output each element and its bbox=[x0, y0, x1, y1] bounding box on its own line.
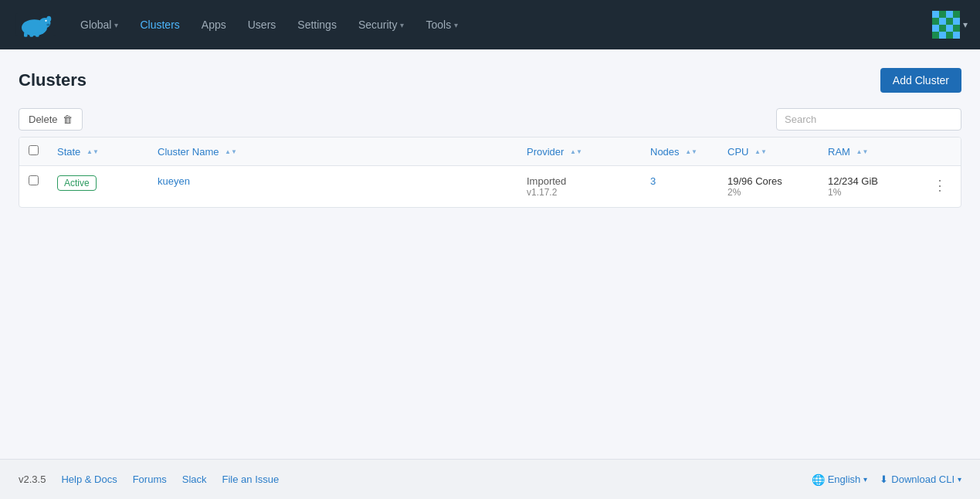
clusters-table: State ▲▼ Cluster Name ▲▼ Provider ▲▼ Nod… bbox=[19, 137, 961, 207]
col-header-actions bbox=[919, 137, 961, 166]
chevron-down-icon-cli: ▾ bbox=[958, 475, 961, 484]
language-selector[interactable]: 🌐 English ▾ bbox=[812, 474, 868, 486]
cluster-name-link[interactable]: kueyen bbox=[158, 175, 190, 187]
delete-label: Delete bbox=[29, 114, 58, 125]
add-cluster-button[interactable]: Add Cluster bbox=[880, 68, 961, 93]
globe-icon: 🌐 bbox=[812, 474, 825, 486]
col-header-checkbox[interactable] bbox=[19, 137, 48, 166]
col-ram-label: RAM bbox=[828, 146, 850, 158]
page-title: Clusters bbox=[19, 70, 86, 90]
trash-icon: 🗑 bbox=[63, 114, 73, 125]
provider-version: v1.17.2 bbox=[527, 187, 632, 198]
sort-icon-ram: ▲▼ bbox=[856, 149, 869, 155]
col-header-state[interactable]: State ▲▼ bbox=[48, 137, 148, 166]
col-header-cpu[interactable]: CPU ▲▼ bbox=[718, 137, 819, 166]
col-state-label: State bbox=[57, 146, 80, 158]
table-header-row: State ▲▼ Cluster Name ▲▼ Provider ▲▼ Nod… bbox=[19, 137, 961, 166]
nav-label-users: Users bbox=[248, 19, 276, 31]
navbar: Global ▾ Clusters Apps Users Settings Se… bbox=[0, 0, 980, 49]
nav-item-users[interactable]: Users bbox=[239, 12, 286, 37]
main-content: Clusters Add Cluster Delete 🗑 State ▲▼ bbox=[0, 49, 980, 459]
table-row: Active kueyen Imported v1.17.2 3 19/96 C… bbox=[19, 166, 961, 208]
nav-item-tools[interactable]: Tools ▾ bbox=[416, 12, 467, 37]
language-label: English bbox=[828, 474, 861, 485]
sort-icon-cpu: ▲▼ bbox=[754, 149, 767, 155]
footer-right: 🌐 English ▾ ⬇ Download CLI ▾ bbox=[812, 474, 961, 486]
nav-items: Global ▾ Clusters Apps Users Settings Se… bbox=[71, 12, 932, 37]
cpu-cores: 19/96 Cores bbox=[727, 175, 809, 187]
select-all-checkbox[interactable] bbox=[29, 145, 39, 155]
avatar[interactable] bbox=[932, 11, 960, 39]
download-icon: ⬇ bbox=[880, 474, 888, 485]
nav-item-apps[interactable]: Apps bbox=[192, 12, 236, 37]
chevron-down-icon-security: ▾ bbox=[400, 21, 404, 29]
search-input[interactable] bbox=[776, 108, 961, 131]
chevron-down-icon-tools: ▾ bbox=[454, 21, 458, 29]
nav-item-clusters[interactable]: Clusters bbox=[131, 12, 188, 37]
cli-label: Download CLI bbox=[891, 474, 955, 485]
footer-help-link[interactable]: Help & Docs bbox=[61, 474, 117, 485]
provider-name: Imported bbox=[527, 175, 632, 187]
svg-rect-7 bbox=[30, 32, 34, 37]
row-nodes-cell: 3 bbox=[641, 166, 718, 208]
footer-left: v2.3.5 Help & Docs Forums Slack File an … bbox=[19, 474, 279, 485]
sort-icon-state: ▲▼ bbox=[86, 149, 99, 155]
ram-gb: 12/234 GiB bbox=[828, 175, 910, 187]
row-cluster-name-cell: kueyen bbox=[148, 166, 517, 208]
chevron-down-icon: ▾ bbox=[114, 21, 118, 29]
footer-version: v2.3.5 bbox=[19, 474, 46, 485]
footer-forums-link[interactable]: Forums bbox=[133, 474, 167, 485]
row-actions-cell: ⋮ bbox=[919, 166, 961, 208]
chevron-down-icon-lang: ▾ bbox=[863, 475, 867, 484]
svg-rect-6 bbox=[24, 32, 28, 37]
col-header-provider[interactable]: Provider ▲▼ bbox=[517, 137, 641, 166]
logo[interactable] bbox=[12, 9, 59, 40]
col-nodes-label: Nodes bbox=[650, 146, 680, 158]
nav-item-security[interactable]: Security ▾ bbox=[349, 12, 414, 37]
nav-item-global[interactable]: Global ▾ bbox=[71, 12, 127, 37]
row-checkbox-cell[interactable] bbox=[19, 166, 48, 208]
ram-percent: 1% bbox=[828, 187, 910, 198]
sort-icon-cluster-name: ▲▼ bbox=[225, 149, 237, 155]
clusters-table-wrapper: State ▲▼ Cluster Name ▲▼ Provider ▲▼ Nod… bbox=[19, 137, 961, 208]
nav-label-clusters: Clusters bbox=[140, 19, 179, 31]
delete-button[interactable]: Delete 🗑 bbox=[19, 108, 83, 131]
col-cluster-name-label: Cluster Name bbox=[158, 146, 219, 158]
row-checkbox[interactable] bbox=[29, 175, 39, 185]
toolbar: Delete 🗑 bbox=[19, 108, 961, 131]
footer: v2.3.5 Help & Docs Forums Slack File an … bbox=[0, 459, 980, 499]
svg-point-4 bbox=[46, 24, 50, 26]
nav-label-settings: Settings bbox=[297, 19, 337, 31]
nodes-link[interactable]: 3 bbox=[650, 175, 656, 187]
col-provider-label: Provider bbox=[527, 146, 564, 158]
sort-icon-provider: ▲▼ bbox=[570, 149, 582, 155]
svg-point-5 bbox=[45, 20, 46, 22]
col-header-ram[interactable]: RAM ▲▼ bbox=[819, 137, 919, 166]
download-cli-button[interactable]: ⬇ Download CLI ▾ bbox=[880, 474, 961, 485]
row-action-button[interactable]: ⋮ bbox=[928, 175, 951, 195]
navbar-right: ▾ bbox=[932, 11, 968, 39]
page-header: Clusters Add Cluster bbox=[19, 68, 961, 93]
nav-item-settings[interactable]: Settings bbox=[288, 12, 346, 37]
col-header-nodes[interactable]: Nodes ▲▼ bbox=[641, 137, 718, 166]
col-header-cluster-name[interactable]: Cluster Name ▲▼ bbox=[148, 137, 517, 166]
col-cpu-label: CPU bbox=[727, 146, 748, 158]
svg-rect-8 bbox=[36, 32, 39, 37]
avatar-chevron[interactable]: ▾ bbox=[963, 19, 968, 30]
row-cpu-cell: 19/96 Cores 2% bbox=[718, 166, 819, 208]
footer-slack-link[interactable]: Slack bbox=[182, 474, 207, 485]
sort-icon-nodes: ▲▼ bbox=[685, 149, 697, 155]
nav-label-apps: Apps bbox=[202, 19, 226, 31]
footer-file-issue-link[interactable]: File an Issue bbox=[222, 474, 280, 485]
status-badge: Active bbox=[57, 175, 97, 191]
row-ram-cell: 12/234 GiB 1% bbox=[819, 166, 919, 208]
row-provider-cell: Imported v1.17.2 bbox=[517, 166, 641, 208]
cpu-percent: 2% bbox=[727, 187, 809, 198]
nav-label-tools: Tools bbox=[426, 19, 451, 31]
row-state-cell: Active bbox=[48, 166, 148, 208]
nav-label-global: Global bbox=[80, 19, 111, 31]
svg-point-3 bbox=[46, 16, 51, 22]
nav-label-security: Security bbox=[358, 19, 398, 31]
